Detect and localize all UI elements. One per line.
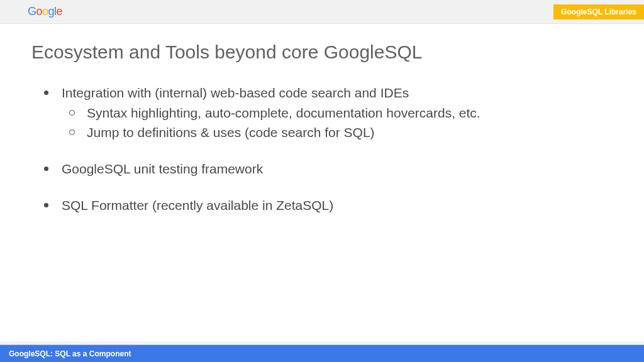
bullet-text: SQL Formatter (recently available in Zet… [62,198,333,212]
slide: Google GoogleSQL Libraries Ecosystem and… [0,0,644,362]
bullet-list: Integration with (internal) web-based co… [31,84,613,215]
list-item: Integration with (internal) web-based co… [31,84,613,141]
bullet-text: Jump to definitions & uses (code search … [87,125,375,140]
footer-text: GoogleSQL: SQL as a Component [9,349,131,358]
google-logo: Google [28,5,62,18]
slide-content: Ecosystem and Tools beyond core GoogleSQ… [0,24,644,344]
sub-list: Syntax highlighting, auto-complete, docu… [62,104,613,141]
header-badge: GoogleSQL Libraries [553,4,644,19]
list-item: GoogleSQL unit testing framework [31,160,613,178]
bullet-text: Integration with (internal) web-based co… [62,85,409,100]
list-item: Jump to definitions & uses (code search … [62,124,613,141]
divider [0,342,644,343]
divider [0,344,644,344]
bullet-text: Syntax highlighting, auto-complete, docu… [87,106,480,120]
topbar: Google GoogleSQL Libraries [0,0,644,24]
list-item: Syntax highlighting, auto-complete, docu… [62,104,613,122]
footer-bar: GoogleSQL: SQL as a Component [0,344,644,362]
slide-title: Ecosystem and Tools beyond core GoogleSQ… [31,41,613,63]
bullet-text: GoogleSQL unit testing framework [62,162,263,176]
list-item: SQL Formatter (recently available in Zet… [31,197,613,214]
